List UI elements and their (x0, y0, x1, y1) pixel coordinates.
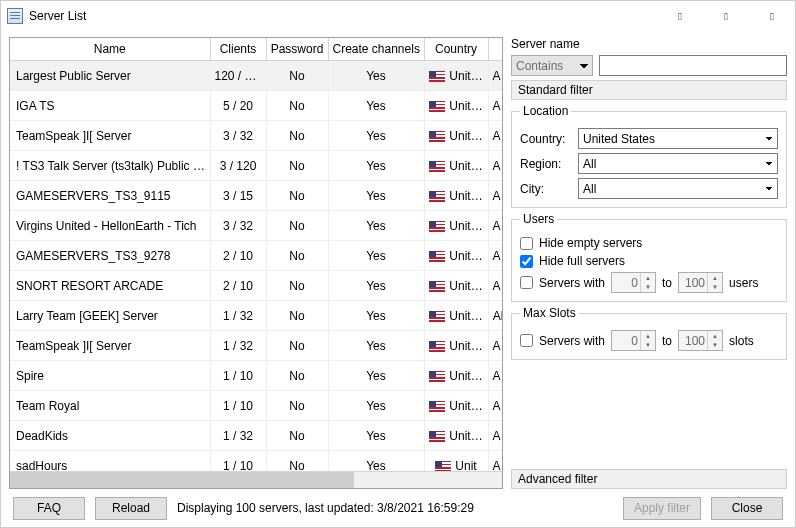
hide-full-label: Hide full servers (539, 254, 625, 268)
cell-password: No (266, 181, 328, 211)
slots-max-spin[interactable]: ▲▼ (678, 330, 723, 351)
cell-name: Largest Public Server (10, 61, 210, 91)
server-name-label: Server name (511, 37, 787, 51)
location-legend: Location (520, 104, 571, 118)
users-max-spin[interactable]: ▲▼ (678, 272, 723, 293)
country-select[interactable]: United States (578, 128, 778, 149)
slots-range-checkbox[interactable] (520, 334, 533, 347)
hide-empty-label: Hide empty servers (539, 236, 642, 250)
maxslots-group: Max Slots Servers with ▲▼ to ▲▼ slots (511, 306, 787, 360)
city-select[interactable]: All (578, 178, 778, 199)
table-row[interactable]: SNORT RESORT ARCADE2 / 10NoYesUnit…Ar (10, 271, 502, 301)
cell-clients: 1 / 10 (210, 391, 266, 421)
cell-password: No (266, 61, 328, 91)
grid-header-row: Name Clients Password Create channels Co… (10, 38, 502, 61)
cell-country: Unit… (424, 391, 488, 421)
table-row[interactable]: Larry Team [GEEK] Server1 / 32NoYesUnit…… (10, 301, 502, 331)
cell-password: No (266, 391, 328, 421)
users-min-spin[interactable]: ▲▼ (611, 272, 656, 293)
cell-name: GAMESERVERS_TS3_9115 (10, 181, 210, 211)
table-row[interactable]: IGA TS5 / 20NoYesUnit…Ar (10, 91, 502, 121)
cell-country: Unit… (424, 61, 488, 91)
maxslots-legend: Max Slots (520, 306, 579, 320)
advanced-filter-header[interactable]: Advanced filter (511, 469, 787, 489)
flag-icon (429, 221, 445, 232)
table-row[interactable]: sadHours1 / 10NoYesUnitAr (10, 451, 502, 472)
cell-name: Larry Team [GEEK] Server (10, 301, 210, 331)
cell-create: Yes (328, 181, 424, 211)
flag-icon (429, 161, 445, 172)
table-row[interactable]: TeamSpeak ]I[ Server1 / 32NoYesUnit…Ar (10, 331, 502, 361)
cell-clients: 3 / 32 (210, 121, 266, 151)
cell-country: Unit… (424, 301, 488, 331)
hide-empty-checkbox[interactable] (520, 237, 533, 250)
cell-extra: Ar (488, 241, 502, 271)
table-row[interactable]: ! TS3 Talk Server (ts3talk) Public ! b…3… (10, 151, 502, 181)
cell-clients: 2 / 10 (210, 241, 266, 271)
users-range-checkbox[interactable] (520, 276, 533, 289)
table-row[interactable]: GAMESERVERS_TS3_91153 / 15NoYesUnit…Ar (10, 181, 502, 211)
col-password[interactable]: Password (266, 38, 328, 61)
table-row[interactable]: Team Royal1 / 10NoYesUnit…Ar (10, 391, 502, 421)
table-row[interactable]: TeamSpeak ]I[ Server3 / 32NoYesUnit…Ar (10, 121, 502, 151)
cell-name: ! TS3 Talk Server (ts3talk) Public ! b… (10, 151, 210, 181)
col-name[interactable]: Name (10, 38, 210, 61)
server-name-mode[interactable]: Contains (511, 55, 593, 76)
cell-name: DeadKids (10, 421, 210, 451)
col-country[interactable]: Country (424, 38, 488, 61)
scrollbar-thumb[interactable] (10, 472, 354, 488)
to-label-slots: to (662, 334, 672, 348)
cell-country: Unit… (424, 151, 488, 181)
server-grid: Name Clients Password Create channels Co… (9, 37, 503, 489)
horizontal-scrollbar[interactable] (10, 471, 502, 488)
cell-create: Yes (328, 241, 424, 271)
cell-name: sadHours (10, 451, 210, 472)
location-group: Location Country: United States Region: … (511, 104, 787, 208)
filter-panel: Server name Contains Standard filter Loc… (511, 37, 787, 489)
table-row[interactable]: DeadKids1 / 32NoYesUnit…Ar (10, 421, 502, 451)
cell-extra: Al (488, 301, 502, 331)
close-button[interactable]:  (749, 1, 795, 31)
cell-clients: 1 / 10 (210, 451, 266, 472)
close-dialog-button[interactable]: Close (711, 497, 783, 520)
server-name-input[interactable] (599, 55, 787, 76)
col-create-channels[interactable]: Create channels (328, 38, 424, 61)
col-clients[interactable]: Clients (210, 38, 266, 61)
users-legend: Users (520, 212, 557, 226)
cell-clients: 1 / 32 (210, 421, 266, 451)
slots-unit: slots (729, 334, 754, 348)
cell-country: Unit… (424, 271, 488, 301)
apply-filter-button[interactable]: Apply filter (623, 497, 701, 520)
cell-extra: Ar (488, 421, 502, 451)
col-extra[interactable] (488, 38, 502, 61)
users-group: Users Hide empty servers Hide full serve… (511, 212, 787, 302)
cell-name: Virgins United - HellonEarth - Tich (10, 211, 210, 241)
reload-button[interactable]: Reload (95, 497, 167, 520)
cell-extra: Ar (488, 91, 502, 121)
cell-password: No (266, 211, 328, 241)
cell-extra: Ar (488, 121, 502, 151)
table-row[interactable]: Largest Public Server120 / 512NoYesUnit…… (10, 61, 502, 91)
flag-icon (435, 461, 451, 471)
cell-clients: 5 / 20 (210, 91, 266, 121)
region-select[interactable]: All (578, 153, 778, 174)
cell-create: Yes (328, 91, 424, 121)
flag-icon (429, 431, 445, 442)
table-row[interactable]: Spire1 / 10NoYesUnit…Ar (10, 361, 502, 391)
window-title: Server List (29, 9, 657, 23)
slots-min-spin[interactable]: ▲▼ (611, 330, 656, 351)
table-row[interactable]: Virgins United - HellonEarth - Tich3 / 3… (10, 211, 502, 241)
bottom-bar: FAQ Reload Displaying 100 servers, last … (1, 489, 795, 527)
cell-country: Unit… (424, 211, 488, 241)
standard-filter-header[interactable]: Standard filter (511, 80, 787, 100)
cell-clients: 3 / 15 (210, 181, 266, 211)
cell-name: Team Royal (10, 391, 210, 421)
faq-button[interactable]: FAQ (13, 497, 85, 520)
minimize-button[interactable]:  (657, 1, 703, 31)
cell-clients: 1 / 10 (210, 361, 266, 391)
cell-extra: Ar (488, 61, 502, 91)
table-row[interactable]: GAMESERVERS_TS3_92782 / 10NoYesUnit…Ar (10, 241, 502, 271)
hide-full-checkbox[interactable] (520, 255, 533, 268)
maximize-button[interactable]:  (703, 1, 749, 31)
cell-password: No (266, 241, 328, 271)
